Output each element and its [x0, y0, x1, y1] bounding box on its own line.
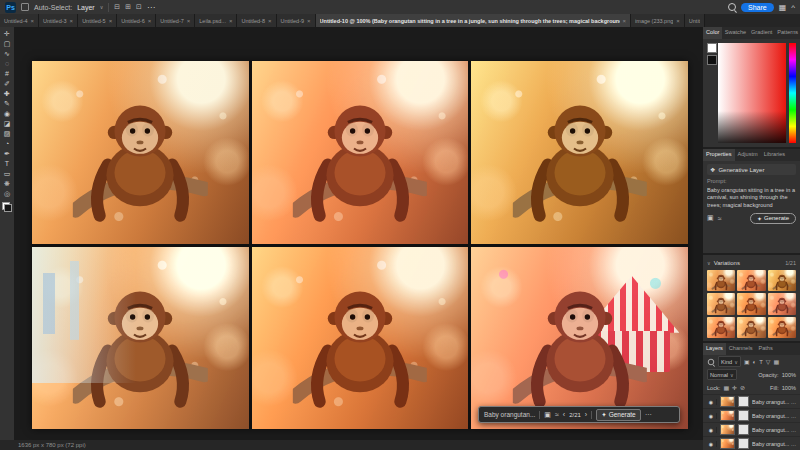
variation-thumbnail[interactable] — [707, 317, 735, 338]
document-tab[interactable]: Leila.psd... × — [195, 14, 237, 27]
crop-tool[interactable]: # — [5, 70, 9, 77]
close-tab-icon[interactable]: × — [623, 18, 627, 24]
saturation-field[interactable] — [718, 43, 786, 143]
generative-layer-badge[interactable]: ❖ Generative Layer — [707, 164, 796, 175]
settings-icon[interactable]: ≈ — [718, 215, 722, 222]
move-tool[interactable]: ✛ — [4, 30, 10, 37]
blend-mode-dropdown[interactable]: Normal ∨ — [707, 369, 737, 380]
layer-name[interactable]: Baby orangut... background — [752, 427, 797, 433]
active-document-tab[interactable]: Untitled-10 @ 100% (Baby orangutan sitti… — [316, 14, 632, 27]
close-tab-icon[interactable]: × — [31, 18, 35, 24]
filter-type-icon[interactable]: T — [759, 359, 763, 365]
layer-thumbnail[interactable] — [720, 410, 735, 421]
filter-shape-icon[interactable]: ▽ — [766, 358, 771, 365]
chevron-down-icon[interactable]: ∨ — [707, 260, 711, 266]
tab-gradients[interactable]: Gradient — [748, 27, 774, 39]
layer-name[interactable]: Baby orangut... background — [752, 441, 797, 447]
properties-icon[interactable]: ≈ — [555, 411, 559, 418]
generated-image-tile[interactable] — [252, 61, 469, 244]
visibility-toggle[interactable]: ◉ — [706, 441, 717, 447]
close-tab-icon[interactable]: × — [676, 18, 680, 24]
layer-thumbnail[interactable] — [720, 438, 735, 449]
hand-tool[interactable]: ❋ — [4, 180, 10, 187]
variation-thumbnail[interactable] — [768, 317, 796, 338]
close-tab-icon[interactable]: × — [268, 18, 272, 24]
close-tab-icon[interactable]: × — [187, 18, 191, 24]
layer-row[interactable]: ◉ Baby orangut... background — [703, 409, 800, 423]
lock-transparency-icon[interactable]: ▦ — [723, 384, 729, 391]
taskbar-prompt-text[interactable]: Baby orangutan... — [484, 411, 535, 418]
document-tab[interactable]: Untitled-8 × — [237, 14, 276, 27]
shape-tool[interactable]: ▭ — [4, 170, 11, 177]
layer-name[interactable]: Baby orangut... background — [752, 399, 797, 405]
zoom-tool[interactable]: ◎ — [4, 190, 10, 197]
workspace-icon[interactable]: ▦ — [779, 3, 787, 12]
layer-mask-thumbnail[interactable] — [738, 410, 749, 421]
healing-brush-tool[interactable]: ✚ — [4, 90, 10, 97]
layer-row[interactable]: ◉ Baby orangut... background — [703, 423, 800, 437]
gradient-tool[interactable]: ▨ — [4, 130, 11, 137]
lasso-tool[interactable]: ∿ — [4, 50, 10, 57]
tab-properties[interactable]: Properties — [703, 149, 735, 161]
generated-image-tile[interactable] — [252, 247, 469, 430]
tab-libraries[interactable]: Libraries — [761, 149, 788, 161]
layer-mask-thumbnail[interactable] — [738, 438, 749, 449]
variation-thumbnail[interactable] — [707, 270, 735, 291]
close-tab-icon[interactable]: × — [70, 18, 74, 24]
filter-smart-object-icon[interactable]: ▦ — [773, 358, 779, 365]
quick-select-tool[interactable]: ◌ — [5, 60, 9, 67]
type-tool[interactable]: T — [5, 160, 9, 167]
close-tab-icon[interactable]: × — [307, 18, 311, 24]
document-tab[interactable]: Untitled-7 × — [156, 14, 195, 27]
next-variation-icon[interactable]: › — [585, 411, 587, 418]
auto-select-value[interactable]: Layer — [77, 4, 95, 11]
visibility-toggle[interactable]: ◉ — [706, 427, 717, 433]
generated-image-tile[interactable] — [471, 247, 688, 430]
layer-mask-thumbnail[interactable] — [738, 424, 749, 435]
search-icon[interactable] — [728, 3, 736, 11]
eyedropper-tool[interactable]: ✐ — [4, 80, 10, 87]
document-tab[interactable]: Untitled-9 × — [277, 14, 316, 27]
brush-tool[interactable]: ✎ — [4, 100, 10, 107]
auto-select-checkbox[interactable] — [21, 3, 29, 11]
tab-paths[interactable]: Paths — [755, 343, 775, 355]
layer-row[interactable]: ◉ Baby orangut... background — [703, 395, 800, 409]
thumbnail-icon[interactable]: ▣ — [544, 411, 551, 419]
chevron-down-icon[interactable]: ∨ — [100, 4, 104, 10]
lock-all-icon[interactable]: ⊘ — [740, 384, 745, 391]
variation-thumbnail[interactable] — [737, 317, 765, 338]
blur-tool[interactable]: ◔ — [5, 140, 9, 147]
foreground-color-chip[interactable] — [707, 43, 717, 53]
visibility-toggle[interactable]: ◉ — [706, 413, 717, 419]
hue-slider[interactable] — [789, 43, 796, 143]
generated-image-tile[interactable] — [32, 247, 249, 430]
generated-image-tile[interactable] — [471, 61, 688, 244]
align-left-icon[interactable]: ⊟ — [114, 3, 120, 11]
tab-channels[interactable]: Channels — [726, 343, 756, 355]
layer-thumbnail[interactable] — [720, 396, 735, 407]
layer-name[interactable]: Baby orangut... background — [752, 413, 797, 419]
layer-thumbnail[interactable] — [720, 424, 735, 435]
document-tab[interactable]: Untitled-5 × — [78, 14, 117, 27]
background-color-chip[interactable] — [707, 55, 717, 65]
visibility-toggle[interactable]: ◉ — [706, 399, 717, 405]
variation-thumbnail[interactable] — [707, 293, 735, 314]
variations-header[interactable]: ∨ Variations 1/21 — [703, 255, 800, 270]
pen-tool[interactable]: ✒ — [4, 150, 10, 157]
document-tab[interactable]: Untit — [685, 14, 705, 27]
tab-patterns[interactable]: Patterns — [774, 27, 800, 39]
filter-adjustment-icon[interactable]: ◐ — [753, 359, 757, 365]
document-tab[interactable]: Untitled-3 × — [39, 14, 78, 27]
tab-swatches[interactable]: Swatche — [722, 27, 748, 39]
document-tab[interactable]: image (233.png × — [631, 14, 685, 27]
more-options-icon[interactable]: ⋯ — [147, 3, 155, 12]
lock-position-icon[interactable]: ✛ — [732, 384, 737, 391]
align-right-icon[interactable]: ⊡ — [136, 3, 142, 11]
share-button[interactable]: Share — [741, 3, 774, 12]
close-tab-icon[interactable]: × — [229, 18, 233, 24]
close-tab-icon[interactable]: × — [148, 18, 152, 24]
variation-thumbnail[interactable] — [737, 270, 765, 291]
tab-adjustments[interactable]: Adjustm — [735, 149, 761, 161]
prompt-text[interactable]: Baby orangutan sitting in a tree in a ca… — [707, 187, 796, 209]
eraser-tool[interactable]: ◪ — [4, 120, 11, 127]
